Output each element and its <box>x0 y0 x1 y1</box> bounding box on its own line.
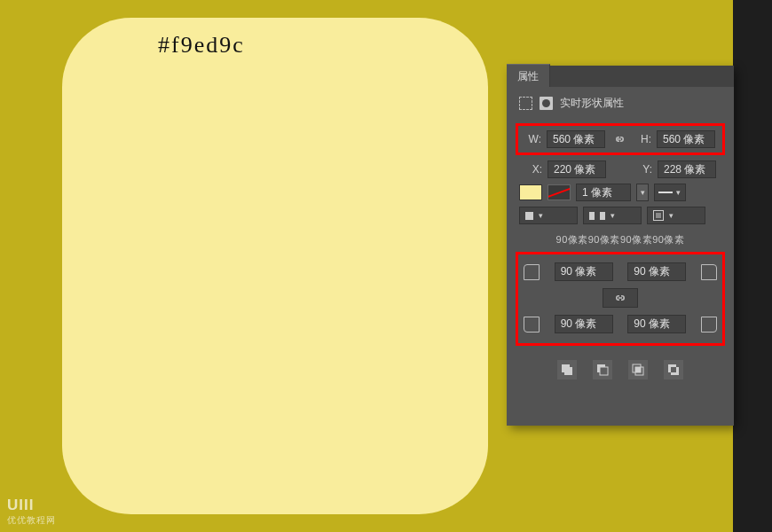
fill-stroke-row: 1 像素 ▾ <box>519 184 721 201</box>
x-input[interactable]: 220 像素 <box>547 160 606 178</box>
properties-panel: 属性 实时形状属性 W: 560 像素 H: 560 像素 X: 220 像素 … <box>507 66 734 426</box>
x-label: X: <box>524 163 542 176</box>
corner-row-top: 90 像素 90 像素 <box>524 262 717 281</box>
corner-tl-input[interactable]: 90 像素 <box>555 262 613 281</box>
size-row: W: 560 像素 H: 560 像素 <box>524 130 717 148</box>
y-input[interactable]: 228 像素 <box>658 160 716 178</box>
stroke-style-select[interactable]: ▾ <box>654 184 686 201</box>
pathfinder-exclude-button[interactable] <box>664 360 683 379</box>
app-right-strip <box>733 0 772 532</box>
corner-row-bottom: 90 像素 90 像素 <box>524 315 717 333</box>
stroke-width-dropdown-icon[interactable] <box>636 184 649 201</box>
rounded-rectangle-shape <box>62 18 488 514</box>
corner-br-icon[interactable] <box>701 317 717 332</box>
stroke-align-select[interactable]: ▾ <box>519 207 578 224</box>
winding-icon <box>653 210 664 221</box>
height-input[interactable]: 560 像素 <box>657 130 715 148</box>
svg-rect-3 <box>600 367 608 375</box>
corner-tl-icon[interactable] <box>524 264 540 280</box>
watermark-brand: UIII <box>7 497 56 514</box>
watermark: UIII 优优教程网 <box>7 497 56 527</box>
panel-tab-bar: 属性 <box>507 66 734 87</box>
corner-tr-input[interactable]: 90 像素 <box>627 262 686 281</box>
live-shape-icon <box>540 97 553 110</box>
pathfinder-row <box>507 360 734 379</box>
corner-radius-summary: 90像素90像素90像素90像素 <box>507 233 734 246</box>
tab-properties[interactable]: 属性 <box>507 64 550 87</box>
watermark-tagline: 优优教程网 <box>7 514 56 527</box>
pathfinder-intersect-button[interactable] <box>628 360 648 379</box>
y-label: Y: <box>634 163 652 176</box>
corner-bl-input[interactable]: 90 像素 <box>555 315 613 333</box>
height-label: H: <box>634 133 651 145</box>
stroke-color-swatch[interactable] <box>547 184 571 200</box>
corners-highlight-box: 90 像素 90 像素 90 像素 90 像素 <box>516 252 725 346</box>
pathfinder-unite-button[interactable] <box>557 360 577 379</box>
svg-rect-6 <box>635 367 641 372</box>
svg-rect-9 <box>671 367 676 372</box>
bounding-box-icon <box>519 97 532 110</box>
corner-link-row <box>524 288 717 308</box>
panel-subheader: 实时形状属性 <box>507 87 734 120</box>
position-row: X: 220 像素 Y: 228 像素 <box>524 160 716 178</box>
corner-br-input[interactable]: 90 像素 <box>627 315 686 333</box>
width-label: W: <box>524 133 541 145</box>
size-highlight-box: W: 560 像素 H: 560 像素 <box>516 123 725 155</box>
stroke-caps-select[interactable]: ▾ <box>583 207 642 224</box>
fill-color-swatch[interactable] <box>519 184 542 200</box>
stroke-options-row: ▾ ▾ ▾ <box>519 207 721 224</box>
pathfinder-subtract-button[interactable] <box>593 360 612 379</box>
stroke-width-input[interactable]: 1 像素 <box>576 184 631 201</box>
path-winding-select[interactable]: ▾ <box>647 207 705 224</box>
svg-rect-1 <box>564 367 572 375</box>
corner-tr-icon[interactable] <box>701 264 717 280</box>
panel-subheader-label: 实时形状属性 <box>560 96 624 111</box>
link-corners-button[interactable] <box>603 288 638 308</box>
color-hex-label: #f9ed9c <box>158 32 245 59</box>
corner-bl-icon[interactable] <box>524 317 540 332</box>
link-wh-icon[interactable] <box>611 132 628 146</box>
width-input[interactable]: 560 像素 <box>547 130 605 148</box>
